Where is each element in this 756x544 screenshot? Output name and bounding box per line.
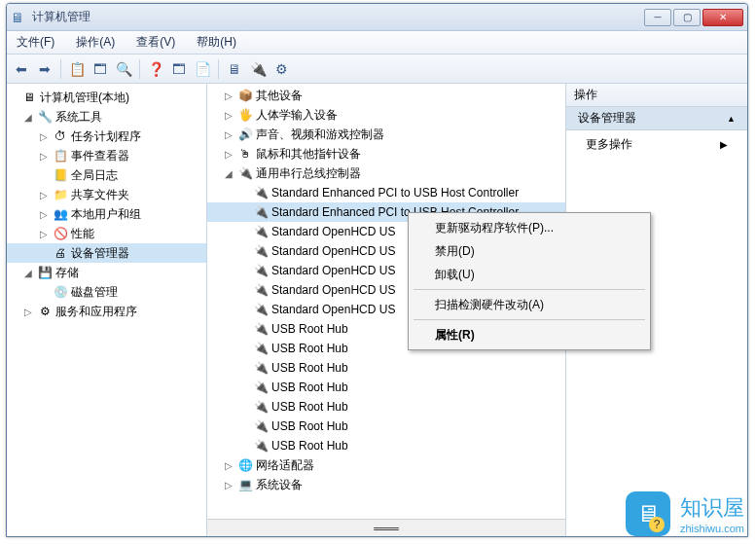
device-bottom-0[interactable]: ▷🌐网络适配器 bbox=[207, 455, 565, 475]
expander-icon[interactable]: ◢ bbox=[22, 268, 34, 278]
expander-icon[interactable]: ▷ bbox=[22, 307, 34, 317]
menu-file[interactable]: 文件(F) bbox=[13, 32, 58, 53]
context-separator bbox=[414, 319, 645, 320]
context-item-1[interactable]: 禁用(D) bbox=[412, 239, 647, 263]
forward-button[interactable]: ➡ bbox=[34, 58, 55, 80]
menu-help[interactable]: 帮助(H) bbox=[193, 32, 240, 53]
expander-icon[interactable]: ▷ bbox=[223, 149, 234, 160]
tree-services[interactable]: ▷⚙服务和应用程序 bbox=[7, 302, 206, 321]
node-icon: 🖥 bbox=[21, 90, 37, 105]
tree-system-tools[interactable]: ◢🔧系统工具 bbox=[7, 107, 206, 127]
menu-action[interactable]: 操作(A) bbox=[72, 32, 119, 53]
tree-sys-child-0[interactable]: ▷⏱任务计划程序 bbox=[7, 127, 206, 146]
node-icon: 🔊 bbox=[237, 127, 253, 142]
tb-btn-7[interactable]: 🔌 bbox=[247, 58, 269, 80]
tree-storage-child-0[interactable]: 💿磁盘管理 bbox=[7, 282, 206, 302]
device-usb-11[interactable]: 🔌USB Root Hub bbox=[207, 397, 565, 417]
tree-label: 通用串行总线控制器 bbox=[256, 165, 361, 182]
expander-icon[interactable]: ▷ bbox=[38, 229, 50, 239]
context-item-0[interactable]: 更新驱动程序软件(P)... bbox=[412, 216, 647, 239]
node-icon: 📦 bbox=[237, 88, 253, 103]
context-item-4[interactable]: 扫描检测硬件改动(A) bbox=[412, 293, 647, 316]
device-usb-header[interactable]: ◢🔌通用串行总线控制器 bbox=[207, 163, 565, 183]
tree-label: USB Root Hub bbox=[271, 322, 348, 336]
watermark-icon: 🖥 bbox=[626, 491, 670, 536]
node-icon: 🔌 bbox=[253, 418, 269, 434]
device-cat-1[interactable]: ▷🖐人体学输入设备 bbox=[207, 105, 565, 125]
tree-storage[interactable]: ◢💾存储 bbox=[7, 263, 206, 282]
expander-icon[interactable]: ◢ bbox=[223, 168, 234, 179]
watermark-text: 知识屋 bbox=[680, 493, 744, 523]
menu-view[interactable]: 查看(V) bbox=[132, 32, 179, 53]
node-icon: 🔌 bbox=[253, 224, 269, 239]
tree-label: 磁盘管理 bbox=[71, 284, 118, 301]
device-cat-0[interactable]: ▷📦其他设备 bbox=[207, 86, 565, 105]
tree-label: 人体学输入设备 bbox=[256, 107, 338, 124]
expander-icon[interactable]: ▷ bbox=[223, 110, 234, 121]
tb-btn-4[interactable]: 🗔 bbox=[168, 58, 190, 80]
tree-label: 系统工具 bbox=[55, 109, 102, 126]
expander-icon[interactable]: ▷ bbox=[38, 131, 50, 142]
context-item-6[interactable]: 属性(R) bbox=[412, 323, 647, 346]
device-usb-10[interactable]: 🔌USB Root Hub bbox=[207, 378, 565, 397]
tb-btn-1[interactable]: 📋 bbox=[66, 58, 88, 80]
expander-icon[interactable]: ▷ bbox=[38, 209, 50, 220]
context-item-2[interactable]: 卸载(U) bbox=[412, 263, 647, 286]
device-usb-9[interactable]: 🔌USB Root Hub bbox=[207, 358, 565, 378]
node-icon: 🔧 bbox=[37, 109, 53, 125]
toolbar: ⬅ ➡ 📋 🗔 🔍 ❓ 🗔 📄 🖥 🔌 ⚙ bbox=[7, 54, 747, 84]
tree-sys-child-1[interactable]: ▷📋事件查看器 bbox=[7, 146, 206, 165]
back-button[interactable]: ⬅ bbox=[11, 58, 32, 80]
titlebar[interactable]: 🖥 计算机管理 ─ ▢ ✕ bbox=[7, 4, 747, 31]
tree-label: 性能 bbox=[71, 226, 94, 242]
tb-btn-3[interactable]: 🔍 bbox=[113, 58, 134, 80]
node-icon: 🔌 bbox=[253, 341, 269, 356]
tree-label: 计算机管理(本地) bbox=[40, 90, 129, 106]
node-icon: 💿 bbox=[53, 284, 68, 300]
watermark-url: zhishiwu.com bbox=[680, 523, 744, 534]
device-usb-12[interactable]: 🔌USB Root Hub bbox=[207, 417, 565, 436]
tree-sys-child-5[interactable]: ▷🚫性能 bbox=[7, 224, 206, 243]
device-cat-2[interactable]: ▷🔊声音、视频和游戏控制器 bbox=[207, 125, 565, 144]
expander-icon[interactable]: ▷ bbox=[223, 129, 234, 140]
node-icon: 💾 bbox=[37, 265, 53, 280]
tree-sys-child-2[interactable]: 📒全局日志 bbox=[7, 165, 206, 185]
expander-icon[interactable]: ▷ bbox=[38, 151, 50, 162]
device-cat-3[interactable]: ▷🖱鼠标和其他指针设备 bbox=[207, 144, 565, 163]
tree-label: Standard Enhanced PCI to USB Host Contro… bbox=[271, 186, 519, 199]
horizontal-scrollbar[interactable]: ═══ bbox=[207, 519, 565, 536]
tree-root[interactable]: 🖥计算机管理(本地) bbox=[7, 88, 206, 107]
help-button[interactable]: ❓ bbox=[145, 58, 166, 80]
tree-label: 全局日志 bbox=[71, 167, 118, 184]
maximize-button[interactable]: ▢ bbox=[673, 9, 701, 26]
expander-icon[interactable]: ▷ bbox=[38, 190, 50, 200]
minimize-button[interactable]: ─ bbox=[644, 9, 671, 26]
collapse-arrow-icon: ▲ bbox=[727, 114, 736, 124]
tree-sys-child-6[interactable]: 🖨设备管理器 bbox=[7, 243, 206, 263]
more-actions[interactable]: 更多操作 ▶ bbox=[566, 130, 747, 158]
tb-btn-2[interactable]: 🗔 bbox=[90, 58, 111, 80]
expander-icon[interactable]: ◢ bbox=[22, 112, 34, 123]
close-button[interactable]: ✕ bbox=[702, 9, 743, 26]
tree-sys-child-4[interactable]: ▷👥本地用户和组 bbox=[7, 204, 206, 224]
left-tree-pane[interactable]: 🖥计算机管理(本地)◢🔧系统工具▷⏱任务计划程序▷📋事件查看器📒全局日志▷📁共享… bbox=[7, 84, 207, 536]
device-usb-13[interactable]: 🔌USB Root Hub bbox=[207, 436, 565, 455]
device-usb-0[interactable]: 🔌Standard Enhanced PCI to USB Host Contr… bbox=[207, 183, 565, 202]
tree-label: 鼠标和其他指针设备 bbox=[256, 146, 361, 163]
tb-btn-8[interactable]: ⚙ bbox=[270, 58, 292, 80]
node-icon: 🖐 bbox=[237, 107, 253, 123]
node-icon: ⚙ bbox=[37, 304, 53, 319]
node-icon: 📁 bbox=[53, 187, 68, 202]
window-title: 计算机管理 bbox=[32, 9, 642, 25]
device-bottom-1[interactable]: ▷💻系统设备 bbox=[207, 475, 565, 494]
expander-icon[interactable]: ▷ bbox=[223, 460, 234, 471]
expander-icon[interactable]: ▷ bbox=[223, 480, 234, 490]
tree-label: 任务计划程序 bbox=[71, 128, 141, 145]
tb-btn-5[interactable]: 📄 bbox=[192, 58, 213, 80]
expander-icon[interactable]: ▷ bbox=[223, 91, 234, 101]
actions-selected[interactable]: 设备管理器 ▲ bbox=[566, 107, 747, 130]
tb-btn-6[interactable]: 🖥 bbox=[224, 58, 245, 80]
tree-sys-child-3[interactable]: ▷📁共享文件夹 bbox=[7, 185, 206, 204]
tree-label: USB Root Hub bbox=[271, 342, 348, 355]
tree-label: Standard OpenHCD US bbox=[271, 303, 395, 316]
